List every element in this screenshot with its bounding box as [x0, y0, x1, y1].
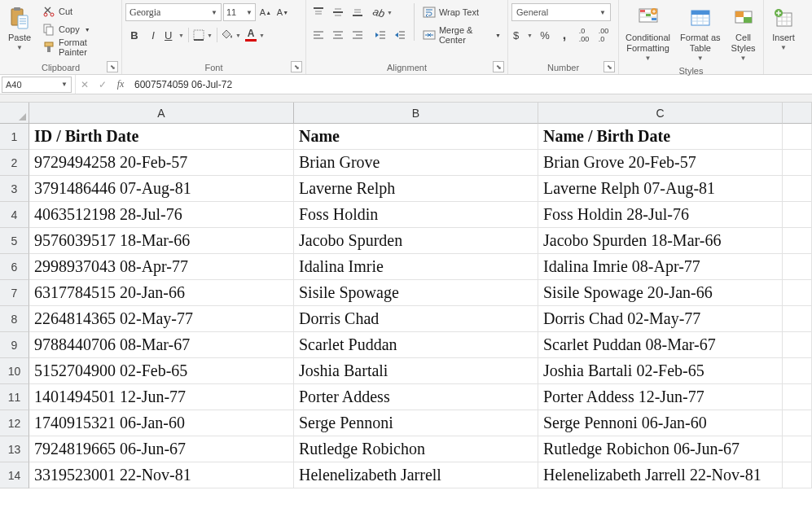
enter-formula-button[interactable]: ✓ [94, 76, 112, 94]
cell-C9[interactable]: Scarlet Puddan 08-Mar-67 [538, 332, 783, 358]
row-header[interactable]: 13 [0, 436, 29, 462]
decrease-font-size-button[interactable]: A▼ [274, 3, 291, 21]
select-all-corner[interactable] [0, 103, 29, 124]
cell-D5[interactable] [783, 228, 812, 254]
percent-format-button[interactable]: % [536, 26, 554, 44]
cell-C5[interactable]: Jacobo Spurden 18-Mar-66 [538, 228, 783, 254]
bold-button[interactable]: B [125, 26, 143, 44]
italic-button[interactable]: I [144, 26, 162, 44]
align-center-button[interactable] [329, 26, 347, 44]
cell-D2[interactable] [783, 150, 812, 176]
cell-B13[interactable]: Rutledge Robichon [294, 436, 538, 462]
name-box[interactable]: A40 ▼ [2, 77, 72, 93]
cell-styles-button[interactable]: Cell Styles ▼ [727, 3, 760, 64]
increase-font-size-button[interactable]: A▲ [257, 3, 274, 21]
cell-A2[interactable]: 9729494258 20-Feb-57 [29, 150, 294, 176]
column-header-A[interactable]: A [29, 103, 294, 124]
cell-B14[interactable]: Helenelizabeth Jarrell [294, 462, 538, 488]
dialog-launcher-icon[interactable]: ⬊ [493, 61, 504, 72]
cell-C4[interactable]: Foss Holdin 28-Jul-76 [538, 202, 783, 228]
cell-D8[interactable] [783, 306, 812, 332]
row-header[interactable]: 10 [0, 358, 29, 384]
row-header[interactable]: 3 [0, 176, 29, 202]
cell-D9[interactable] [783, 332, 812, 358]
format-as-table-button[interactable]: Format as Table ▼ [677, 3, 724, 64]
cell-A11[interactable]: 1401494501 12-Jun-77 [29, 384, 294, 410]
cell-A8[interactable]: 2264814365 02-May-77 [29, 306, 294, 332]
cell-B11[interactable]: Porter Addess [294, 384, 538, 410]
dialog-launcher-icon[interactable]: ⬊ [604, 61, 615, 72]
dialog-launcher-icon[interactable]: ⬊ [107, 61, 118, 72]
increase-decimal-button[interactable]: .0.00 [575, 26, 593, 44]
row-header[interactable]: 11 [0, 384, 29, 410]
cell-C14[interactable]: Helenelizabeth Jarrell 22-Nov-81 [538, 462, 783, 488]
cut-button[interactable]: Cut [39, 3, 118, 20]
font-size-combo[interactable]: 11 ▼ [223, 3, 256, 21]
cell-C13[interactable]: Rutledge Robichon 06-Jun-67 [538, 436, 783, 462]
fill-color-button[interactable]: ▼ [220, 26, 243, 44]
cell-A7[interactable]: 6317784515 20-Jan-66 [29, 280, 294, 306]
cell-A9[interactable]: 9788440706 08-Mar-67 [29, 332, 294, 358]
cell-A4[interactable]: 4063512198 28-Jul-76 [29, 202, 294, 228]
increase-indent-button[interactable] [391, 26, 409, 44]
row-header[interactable]: 1 [0, 124, 29, 150]
row-header[interactable]: 6 [0, 254, 29, 280]
cell-C8[interactable]: Dorris Chad 02-May-77 [538, 306, 783, 332]
font-color-button[interactable]: A ▼ [244, 26, 266, 44]
cell-A13[interactable]: 7924819665 06-Jun-67 [29, 436, 294, 462]
insert-function-button[interactable]: fx [112, 76, 129, 94]
cell-D6[interactable] [783, 254, 812, 280]
cell-A10[interactable]: 5152704900 02-Feb-65 [29, 358, 294, 384]
cell-C1[interactable]: Name / Birth Date [538, 124, 783, 150]
column-header-B[interactable]: B [294, 103, 538, 124]
row-header[interactable]: 7 [0, 280, 29, 306]
dialog-launcher-icon[interactable]: ⬊ [291, 61, 302, 72]
cell-B10[interactable]: Joshia Bartali [294, 358, 538, 384]
comma-format-button[interactable]: , [555, 26, 573, 44]
cell-C10[interactable]: Joshia Bartali 02-Feb-65 [538, 358, 783, 384]
row-header[interactable]: 5 [0, 228, 29, 254]
copy-button[interactable]: Copy ▼ [39, 21, 118, 37]
row-header[interactable]: 12 [0, 410, 29, 436]
cell-A3[interactable]: 3791486446 07-Aug-81 [29, 176, 294, 202]
cell-B3[interactable]: Laverne Relph [294, 176, 538, 202]
cell-C6[interactable]: Idalina Imrie 08-Apr-77 [538, 254, 783, 280]
cell-B6[interactable]: Idalina Imrie [294, 254, 538, 280]
column-header-D[interactable] [783, 103, 812, 124]
row-header[interactable]: 14 [0, 462, 29, 488]
merge-center-button[interactable]: Merge & Center ▼ [419, 26, 504, 44]
cell-C2[interactable]: Brian Grove 20-Feb-57 [538, 150, 783, 176]
cell-B2[interactable]: Brian Grove [294, 150, 538, 176]
paste-button[interactable]: Paste ▼ [3, 3, 36, 54]
cell-A12[interactable]: 1740915321 06-Jan-60 [29, 410, 294, 436]
cell-D10[interactable] [783, 358, 812, 384]
row-header[interactable]: 8 [0, 306, 29, 332]
accounting-format-button[interactable]: $▼ [511, 26, 534, 44]
cell-B8[interactable]: Dorris Chad [294, 306, 538, 332]
orientation-button[interactable]: ab ▼ [371, 3, 394, 21]
cell-D11[interactable] [783, 384, 812, 410]
cell-C3[interactable]: Laverne Relph 07-Aug-81 [538, 176, 783, 202]
cell-D3[interactable] [783, 176, 812, 202]
cell-D13[interactable] [783, 436, 812, 462]
cell-C12[interactable]: Serge Pennoni 06-Jan-60 [538, 410, 783, 436]
cell-D4[interactable] [783, 202, 812, 228]
wrap-text-button[interactable]: Wrap Text [419, 3, 504, 21]
cell-B12[interactable]: Serge Pennoni [294, 410, 538, 436]
format-painter-button[interactable]: Format Painter [39, 39, 118, 55]
decrease-indent-button[interactable] [371, 26, 389, 44]
row-header[interactable]: 2 [0, 150, 29, 176]
align-right-button[interactable] [349, 26, 366, 44]
underline-button[interactable]: U▼ [163, 26, 186, 44]
align-bottom-button[interactable] [349, 3, 366, 21]
cell-A14[interactable]: 3319523001 22-Nov-81 [29, 462, 294, 488]
cell-A5[interactable]: 9576039517 18-Mar-66 [29, 228, 294, 254]
cell-D14[interactable] [783, 462, 812, 488]
cancel-formula-button[interactable]: ✕ [76, 76, 94, 94]
cell-C7[interactable]: Sisile Spowage 20-Jan-66 [538, 280, 783, 306]
borders-button[interactable]: ▼ [191, 26, 214, 44]
number-format-combo[interactable]: General ▼ [511, 3, 611, 21]
align-middle-button[interactable] [329, 3, 347, 21]
cell-C11[interactable]: Porter Addess 12-Jun-77 [538, 384, 783, 410]
font-name-combo[interactable]: Georgia ▼ [125, 3, 222, 21]
